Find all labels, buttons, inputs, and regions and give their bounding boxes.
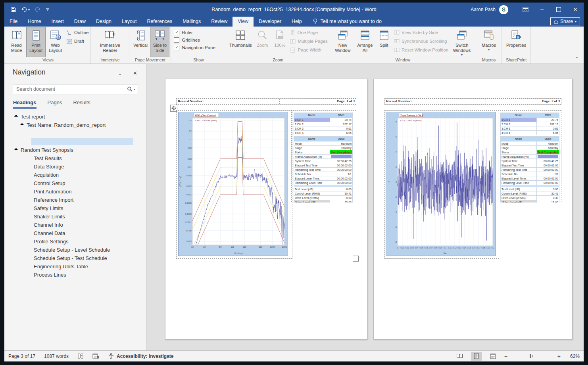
- minimize-button[interactable]: ─: [534, 3, 550, 16]
- avatar[interactable]: S: [499, 5, 508, 14]
- nav-heading-item[interactable]: Shaker Limits: [4, 212, 146, 221]
- nav-heading-item[interactable]: Reference Import: [4, 196, 146, 204]
- navigation-pane-options-button[interactable]: ⌄: [118, 70, 122, 76]
- collapse-ribbon-button[interactable]: ⌃: [575, 56, 579, 62]
- time-trace-chart[interactable]: 00.010.020.030.040.050.060.070.080.090.1…: [386, 112, 496, 256]
- zoom-in-button[interactable]: +: [557, 353, 561, 359]
- zoom-slider-thumb[interactable]: [530, 354, 531, 358]
- zoom-out-button[interactable]: −: [504, 353, 507, 359]
- search-options-chevron-icon[interactable]: ▾: [134, 88, 135, 91]
- tab-view[interactable]: View: [233, 17, 254, 27]
- web-layout-view-button[interactable]: [488, 352, 499, 361]
- psd-control-chart[interactable]: 102050100200500100020000.50.20.10.050.02…: [178, 112, 288, 256]
- nav-heading-item[interactable]: Random Test Synopsis: [4, 146, 146, 154]
- nav-heading-item[interactable]: Schedule Setup - Test Schedule: [4, 254, 146, 262]
- nav-tab-results[interactable]: Results: [73, 99, 90, 109]
- tab-review[interactable]: Review: [206, 17, 233, 27]
- customize-quick-access-button[interactable]: [46, 7, 50, 12]
- tab-help[interactable]: Help: [286, 17, 307, 27]
- tab-design[interactable]: Design: [91, 17, 117, 27]
- document-canvas[interactable]: Record Number:Page: 1 of 310205010020050…: [146, 64, 584, 350]
- accessibility-checker-button[interactable]: Accessibility: Investigate: [108, 353, 173, 359]
- nav-heading-item[interactable]: Test Results: [4, 154, 146, 162]
- zoom-button[interactable]: Zoom: [254, 27, 271, 57]
- print-layout-view-button[interactable]: [471, 352, 482, 361]
- nav-heading-item[interactable]: Safety Limits: [4, 204, 146, 212]
- nav-heading-item[interactable]: Schedule Setup - Level Schedule: [4, 246, 146, 254]
- gridlines-checkbox[interactable]: Gridlines: [174, 36, 200, 44]
- read-mode-view-button[interactable]: [454, 352, 465, 361]
- draft-button[interactable]: Draft: [67, 38, 88, 45]
- tab-layout[interactable]: Layout: [117, 17, 142, 27]
- switch-windows-button[interactable]: Switch Windows ▾: [449, 27, 475, 57]
- new-window-button[interactable]: New Window: [331, 27, 354, 57]
- ruler-checkbox[interactable]: ✓ Ruler: [174, 29, 192, 36]
- nav-heading-item[interactable]: Test report: [4, 113, 146, 121]
- test-parameter-table[interactable]: NameValueModeRandomStageStandbyStatusTes…: [500, 136, 559, 203]
- zoom-slider[interactable]: − +: [504, 353, 561, 359]
- account-user-name[interactable]: Aaron Pash: [471, 7, 496, 12]
- split-button[interactable]: Split: [376, 27, 392, 57]
- nav-tab-headings[interactable]: Headings: [13, 99, 37, 109]
- search-input[interactable]: [13, 86, 127, 92]
- read-mode-button[interactable]: Read Mode: [7, 27, 26, 57]
- object-resize-handle[interactable]: [353, 256, 359, 262]
- tab-home[interactable]: Home: [23, 17, 46, 27]
- channel-rms-table[interactable]: NameRMS1:CH 129.742:CH 2202.173:CH 30.61…: [294, 113, 353, 135]
- multiple-pages-button[interactable]: Multiple Pages: [290, 38, 327, 45]
- embedded-chart-object[interactable]: 00.010.020.030.040.050.060.070.080.090.1…: [386, 112, 496, 256]
- print-layout-button[interactable]: Print Layout: [26, 27, 46, 57]
- nav-heading-item[interactable]: Test Name: Random_demo_report: [4, 121, 146, 129]
- nav-heading-item[interactable]: Acquisition: [4, 171, 146, 179]
- collapse-caret-icon[interactable]: [15, 115, 18, 118]
- nav-tab-pages[interactable]: Pages: [48, 99, 62, 109]
- nav-heading-item[interactable]: Process Lines: [4, 271, 146, 279]
- reset-window-position-button[interactable]: Reset Window Position: [394, 46, 448, 54]
- channel-tables[interactable]: NameRMS1:CH 129.742:CH 2202.173:CH 30.61…: [294, 113, 353, 203]
- channel-tables[interactable]: NameRMS1:CH 129.742:CH 2202.173:CH 30.61…: [500, 113, 559, 203]
- properties-button[interactable]: S Properties: [503, 27, 529, 57]
- word-count-indicator[interactable]: 1087 words: [44, 354, 69, 359]
- nav-heading-item[interactable]: Control Setup: [4, 179, 146, 187]
- page-number-indicator[interactable]: Page 3 of 17: [8, 354, 35, 359]
- page-width-button[interactable]: Page Width: [290, 46, 327, 54]
- tell-me-box[interactable]: Tell me what you want to do: [307, 18, 386, 27]
- zoom-slider-track[interactable]: [511, 356, 554, 356]
- tab-developer[interactable]: Developer: [254, 17, 286, 27]
- embedded-chart-object[interactable]: 102050100200500100020000.50.20.10.050.02…: [178, 112, 288, 256]
- zoom-percentage[interactable]: 62%: [566, 354, 580, 359]
- undo-button[interactable]: ▾: [21, 7, 30, 12]
- one-page-button[interactable]: One Page: [290, 29, 327, 36]
- nav-heading-item[interactable]: Channel Info: [4, 221, 146, 229]
- nav-heading-item[interactable]: Profile Settings: [4, 237, 146, 246]
- arrange-all-button[interactable]: Arrange All: [354, 27, 376, 57]
- nav-heading-item[interactable]: Print Automation: [4, 187, 146, 196]
- macro-recording-button[interactable]: [92, 353, 99, 359]
- collapse-caret-icon[interactable]: [21, 124, 24, 127]
- proofing-status-button[interactable]: [77, 353, 84, 359]
- web-layout-button[interactable]: Web Layout: [46, 27, 65, 57]
- share-button[interactable]: Share ▾: [550, 17, 580, 25]
- nav-heading-item[interactable]: Data Storage: [4, 162, 146, 171]
- nav-heading-item[interactable]: [4, 129, 146, 138]
- repeat-button[interactable]: [35, 7, 41, 12]
- test-parameter-table[interactable]: NameValueModeRandomStageStandbyStatusTes…: [294, 136, 353, 203]
- channel-rms-table[interactable]: NameRMS1:CH 129.742:CH 2202.173:CH 30.61…: [500, 113, 559, 135]
- vertical-button[interactable]: Vertical: [131, 27, 150, 57]
- macros-button[interactable]: Macros ▾: [477, 27, 500, 57]
- tab-references[interactable]: References: [142, 17, 177, 27]
- search-icon[interactable]: [127, 86, 133, 92]
- close-button[interactable]: ✕: [567, 3, 584, 16]
- nav-heading-item[interactable]: Engineering Units Table: [4, 262, 146, 271]
- synchronous-scrolling-button[interactable]: Synchronous Scrolling: [394, 38, 448, 45]
- tab-file[interactable]: File: [4, 17, 23, 27]
- zoom-100-button[interactable]: 100 100%: [271, 27, 288, 57]
- view-side-by-side-button[interactable]: View Side by Side: [394, 29, 448, 36]
- ribbon-display-options-button[interactable]: [517, 3, 534, 16]
- side-to-side-button[interactable]: Side to Side: [150, 27, 169, 57]
- tab-mailings[interactable]: Mailings: [177, 17, 206, 27]
- immersive-reader-button[interactable]: Immersive Reader: [92, 27, 128, 57]
- outline-button[interactable]: Outline: [67, 29, 88, 36]
- navigation-pane-close-button[interactable]: ✕: [133, 70, 137, 76]
- maximize-button[interactable]: [550, 3, 567, 16]
